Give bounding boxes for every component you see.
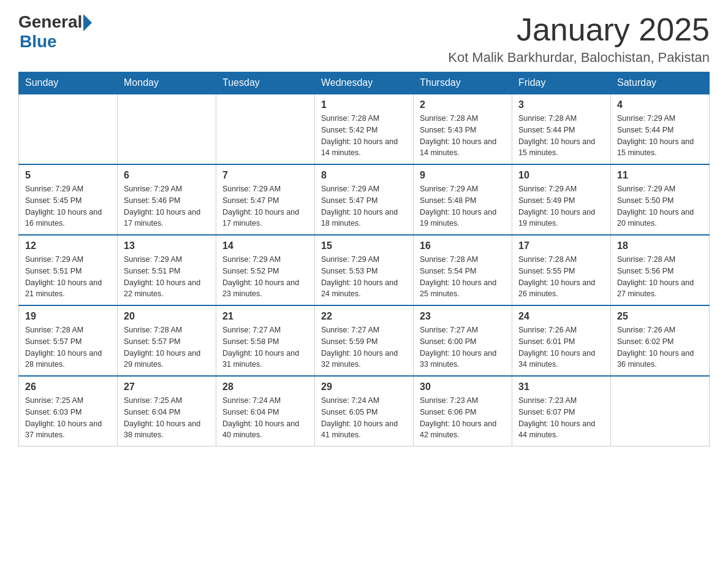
day-number: 23 [420, 311, 506, 322]
day-number: 12 [25, 240, 111, 251]
day-info: Sunrise: 7:28 AMSunset: 5:42 PMDaylight:… [321, 113, 407, 159]
calendar-cell: 27Sunrise: 7:25 AMSunset: 6:04 PMDayligh… [118, 376, 216, 446]
header-monday: Monday [118, 72, 216, 94]
calendar-week-5: 26Sunrise: 7:25 AMSunset: 6:03 PMDayligh… [19, 376, 710, 446]
day-number: 2 [420, 99, 506, 110]
calendar-cell: 21Sunrise: 7:27 AMSunset: 5:58 PMDayligh… [216, 305, 315, 376]
day-info: Sunrise: 7:25 AMSunset: 6:04 PMDaylight:… [124, 395, 210, 441]
day-info: Sunrise: 7:28 AMSunset: 5:44 PMDaylight:… [518, 113, 604, 159]
calendar-cell: 12Sunrise: 7:29 AMSunset: 5:51 PMDayligh… [19, 235, 118, 305]
day-number: 9 [420, 170, 506, 181]
calendar-cell [118, 94, 216, 164]
day-info: Sunrise: 7:23 AMSunset: 6:06 PMDaylight:… [420, 395, 506, 441]
header-thursday: Thursday [414, 72, 512, 94]
day-info: Sunrise: 7:26 AMSunset: 6:02 PMDaylight:… [617, 324, 703, 370]
day-info: Sunrise: 7:29 AMSunset: 5:53 PMDaylight:… [321, 254, 407, 300]
day-info: Sunrise: 7:25 AMSunset: 6:03 PMDaylight:… [25, 395, 111, 441]
day-number: 5 [25, 170, 111, 181]
day-number: 21 [222, 311, 308, 322]
calendar-cell: 11Sunrise: 7:29 AMSunset: 5:50 PMDayligh… [611, 164, 710, 235]
day-number: 22 [321, 311, 407, 322]
day-number: 7 [222, 170, 308, 181]
calendar-cell: 10Sunrise: 7:29 AMSunset: 5:49 PMDayligh… [512, 164, 611, 235]
calendar-cell: 13Sunrise: 7:29 AMSunset: 5:51 PMDayligh… [118, 235, 216, 305]
day-info: Sunrise: 7:29 AMSunset: 5:47 PMDaylight:… [222, 183, 308, 229]
calendar-cell: 15Sunrise: 7:29 AMSunset: 5:53 PMDayligh… [315, 235, 414, 305]
calendar-cell: 8Sunrise: 7:29 AMSunset: 5:47 PMDaylight… [315, 164, 414, 235]
calendar-cell [19, 94, 118, 164]
calendar-cell: 6Sunrise: 7:29 AMSunset: 5:46 PMDaylight… [118, 164, 216, 235]
calendar-cell: 16Sunrise: 7:28 AMSunset: 5:54 PMDayligh… [414, 235, 512, 305]
calendar-cell: 19Sunrise: 7:28 AMSunset: 5:57 PMDayligh… [19, 305, 118, 376]
location-title: Kot Malik Barkhurdar, Balochistan, Pakis… [448, 50, 710, 66]
calendar-cell: 29Sunrise: 7:24 AMSunset: 6:05 PMDayligh… [315, 376, 414, 446]
title-section: January 2025 Kot Malik Barkhurdar, Baloc… [448, 12, 710, 66]
day-number: 11 [617, 170, 703, 181]
calendar-cell: 5Sunrise: 7:29 AMSunset: 5:45 PMDaylight… [19, 164, 118, 235]
day-info: Sunrise: 7:28 AMSunset: 5:57 PMDaylight:… [25, 324, 111, 370]
day-info: Sunrise: 7:28 AMSunset: 5:56 PMDaylight:… [617, 254, 703, 300]
day-info: Sunrise: 7:29 AMSunset: 5:50 PMDaylight:… [617, 183, 703, 229]
calendar-cell: 18Sunrise: 7:28 AMSunset: 5:56 PMDayligh… [611, 235, 710, 305]
calendar-cell: 1Sunrise: 7:28 AMSunset: 5:42 PMDaylight… [315, 94, 414, 164]
day-number: 18 [617, 240, 703, 251]
calendar-cell: 9Sunrise: 7:29 AMSunset: 5:48 PMDaylight… [414, 164, 512, 235]
day-info: Sunrise: 7:26 AMSunset: 6:01 PMDaylight:… [518, 324, 604, 370]
day-info: Sunrise: 7:29 AMSunset: 5:48 PMDaylight:… [420, 183, 506, 229]
day-info: Sunrise: 7:24 AMSunset: 6:04 PMDaylight:… [222, 395, 308, 441]
day-number: 19 [25, 311, 111, 322]
calendar-cell: 23Sunrise: 7:27 AMSunset: 6:00 PMDayligh… [414, 305, 512, 376]
calendar-week-1: 1Sunrise: 7:28 AMSunset: 5:42 PMDaylight… [19, 94, 710, 164]
logo-general-text: General [18, 12, 82, 32]
header-wednesday: Wednesday [315, 72, 414, 94]
day-number: 17 [518, 240, 604, 251]
day-number: 15 [321, 240, 407, 251]
day-info: Sunrise: 7:27 AMSunset: 5:59 PMDaylight:… [321, 324, 407, 370]
calendar-cell: 4Sunrise: 7:29 AMSunset: 5:44 PMDaylight… [611, 94, 710, 164]
day-number: 6 [124, 170, 210, 181]
day-number: 14 [222, 240, 308, 251]
header-tuesday: Tuesday [216, 72, 315, 94]
day-info: Sunrise: 7:28 AMSunset: 5:54 PMDaylight:… [420, 254, 506, 300]
calendar-cell: 7Sunrise: 7:29 AMSunset: 5:47 PMDaylight… [216, 164, 315, 235]
calendar-cell: 25Sunrise: 7:26 AMSunset: 6:02 PMDayligh… [611, 305, 710, 376]
day-number: 20 [124, 311, 210, 322]
calendar-cell: 20Sunrise: 7:28 AMSunset: 5:57 PMDayligh… [118, 305, 216, 376]
calendar-cell: 14Sunrise: 7:29 AMSunset: 5:52 PMDayligh… [216, 235, 315, 305]
calendar-cell: 26Sunrise: 7:25 AMSunset: 6:03 PMDayligh… [19, 376, 118, 446]
calendar-week-3: 12Sunrise: 7:29 AMSunset: 5:51 PMDayligh… [19, 235, 710, 305]
day-number: 30 [420, 381, 506, 393]
day-info: Sunrise: 7:28 AMSunset: 5:55 PMDaylight:… [518, 254, 604, 300]
month-title: January 2025 [448, 12, 710, 47]
day-info: Sunrise: 7:27 AMSunset: 5:58 PMDaylight:… [222, 324, 308, 370]
day-info: Sunrise: 7:29 AMSunset: 5:44 PMDaylight:… [617, 113, 703, 159]
day-info: Sunrise: 7:29 AMSunset: 5:51 PMDaylight:… [25, 254, 111, 300]
calendar-cell [216, 94, 315, 164]
calendar-cell: 17Sunrise: 7:28 AMSunset: 5:55 PMDayligh… [512, 235, 611, 305]
day-number: 16 [420, 240, 506, 251]
day-number: 13 [124, 240, 210, 251]
day-info: Sunrise: 7:29 AMSunset: 5:47 PMDaylight:… [321, 183, 407, 229]
day-info: Sunrise: 7:28 AMSunset: 5:57 PMDaylight:… [124, 324, 210, 370]
day-info: Sunrise: 7:29 AMSunset: 5:45 PMDaylight:… [25, 183, 111, 229]
day-info: Sunrise: 7:24 AMSunset: 6:05 PMDaylight:… [321, 395, 407, 441]
day-number: 8 [321, 170, 407, 181]
day-info: Sunrise: 7:29 AMSunset: 5:52 PMDaylight:… [222, 254, 308, 300]
day-number: 31 [518, 381, 604, 393]
calendar-cell: 24Sunrise: 7:26 AMSunset: 6:01 PMDayligh… [512, 305, 611, 376]
day-number: 27 [124, 381, 210, 393]
calendar-cell: 2Sunrise: 7:28 AMSunset: 5:43 PMDaylight… [414, 94, 512, 164]
page-header: General Blue January 2025 Kot Malik Bark… [18, 12, 710, 66]
calendar-header-row: SundayMondayTuesdayWednesdayThursdayFrid… [19, 72, 710, 94]
calendar-cell: 30Sunrise: 7:23 AMSunset: 6:06 PMDayligh… [414, 376, 512, 446]
day-number: 1 [321, 99, 407, 110]
calendar-cell: 31Sunrise: 7:23 AMSunset: 6:07 PMDayligh… [512, 376, 611, 446]
day-number: 29 [321, 381, 407, 393]
calendar-week-4: 19Sunrise: 7:28 AMSunset: 5:57 PMDayligh… [19, 305, 710, 376]
day-info: Sunrise: 7:27 AMSunset: 6:00 PMDaylight:… [420, 324, 506, 370]
day-number: 24 [518, 311, 604, 322]
logo-blue-text: Blue [20, 32, 57, 52]
day-number: 28 [222, 381, 308, 393]
day-number: 10 [518, 170, 604, 181]
calendar-cell: 3Sunrise: 7:28 AMSunset: 5:44 PMDaylight… [512, 94, 611, 164]
